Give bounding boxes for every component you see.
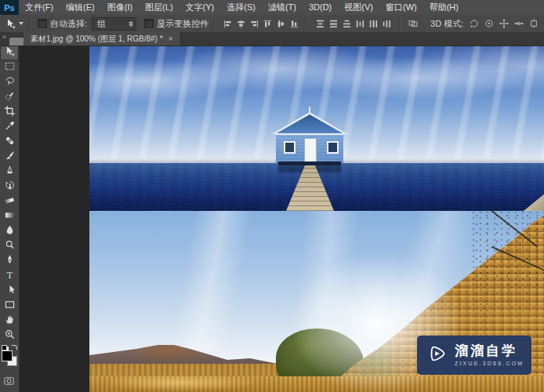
pen-tool-icon xyxy=(4,254,16,269)
menu-item[interactable]: 滤镜(T) xyxy=(262,0,303,15)
rectangular-marquee-tool-icon xyxy=(4,60,16,75)
mode3d-label: 3D 模式: xyxy=(430,18,463,30)
menu-items: 文件(F)编辑(E)图像(I)图层(L)文字(Y)选择(S)滤镜(T)3D(D)… xyxy=(19,0,465,15)
auto-align-layers-icon[interactable] xyxy=(407,17,419,30)
menu-item[interactable]: 图像(I) xyxy=(101,0,139,15)
menu-item[interactable]: 3D(D) xyxy=(303,0,338,15)
tab-bar: » 素材1.jpg @ 100% (图层 1, RGB/8#) * × xyxy=(0,32,544,46)
distribute-horizontal-centers-icon[interactable] xyxy=(368,17,379,30)
menu-item[interactable]: 选择(S) xyxy=(220,0,262,15)
photo-boathouse xyxy=(89,45,544,211)
lasso-tool[interactable] xyxy=(0,75,19,90)
boathouse-window-left xyxy=(284,141,296,154)
show-transform-checkbox[interactable] xyxy=(144,19,154,28)
panel-collapse-chevrons-icon[interactable]: » xyxy=(2,33,6,41)
align-top-edges-icon[interactable] xyxy=(262,17,274,30)
move-tool-icon xyxy=(4,45,16,60)
boathouse-window-right xyxy=(327,141,339,154)
separator xyxy=(399,17,401,30)
document-canvas[interactable]: 溜溜自学 ZIXUE.3D66.COM xyxy=(89,45,544,392)
hand-tool-icon xyxy=(4,314,16,328)
menu-item[interactable]: 编辑(E) xyxy=(60,0,101,15)
distribute-right-edges-icon[interactable] xyxy=(381,17,393,30)
distribute-top-edges-icon[interactable] xyxy=(314,17,326,30)
dodge-tool[interactable] xyxy=(0,239,19,254)
svg-text:T: T xyxy=(6,270,13,281)
brush-tool[interactable] xyxy=(0,150,19,165)
auto-select-value: 组 xyxy=(97,18,106,30)
watermark-badge: 溜溜自学 ZIXUE.3D66.COM xyxy=(417,336,531,375)
document-tab-title: 素材1.jpg @ 100% (图层 1, RGB/8#) * xyxy=(31,34,163,45)
menu-item[interactable]: 文件(F) xyxy=(19,0,60,15)
zoom-tool[interactable] xyxy=(0,328,19,343)
rectangle-tool[interactable] xyxy=(0,299,19,314)
menu-bar: Ps 文件(F)编辑(E)图像(I)图层(L)文字(Y)选择(S)滤镜(T)3D… xyxy=(0,0,544,16)
align-bottom-edges-icon[interactable] xyxy=(288,17,300,30)
align-left-edges-icon[interactable] xyxy=(222,17,234,30)
boathouse-finial xyxy=(309,107,310,113)
eraser-tool-icon xyxy=(4,194,16,209)
distribute-bottom-edges-icon[interactable] xyxy=(341,17,353,30)
zoom-tool-icon xyxy=(4,328,16,343)
lasso-tool-icon xyxy=(4,75,16,90)
menu-item[interactable]: 窗口(W) xyxy=(379,0,423,15)
quick-selection-tool[interactable] xyxy=(0,90,19,105)
watermark-text: 溜溜自学 ZIXUE.3D66.COM xyxy=(455,344,524,366)
menu-item[interactable]: 文字(Y) xyxy=(180,0,221,15)
auto-select-checkbox[interactable] xyxy=(38,19,47,28)
gradient-tool[interactable] xyxy=(0,209,19,224)
3d-rotate-icon[interactable] xyxy=(468,17,480,30)
align-vertical-centers-icon[interactable] xyxy=(275,17,287,30)
clone-stamp-tool-icon xyxy=(4,165,16,180)
quick-mask-button[interactable] xyxy=(3,375,15,390)
eyedropper-tool-icon xyxy=(4,120,16,135)
hand-tool[interactable] xyxy=(0,314,19,328)
3d-scale-icon[interactable] xyxy=(528,17,539,30)
dropdown-arrows-icon xyxy=(129,21,133,27)
separator xyxy=(214,17,216,30)
swap-colors-icon[interactable] xyxy=(12,345,17,350)
tool-preset-caret-icon[interactable] xyxy=(19,22,24,25)
default-colors-icon[interactable] xyxy=(2,345,7,350)
document-tab[interactable]: 素材1.jpg @ 100% (图层 1, RGB/8#) * × xyxy=(24,32,181,45)
auto-select-label: 自动选择: xyxy=(50,18,87,30)
color-swatches xyxy=(0,345,20,372)
3d-drag-icon[interactable] xyxy=(498,17,510,30)
photoshop-window: Ps 文件(F)编辑(E)图像(I)图层(L)文字(Y)选择(S)滤镜(T)3D… xyxy=(0,0,544,392)
distribute-left-edges-icon[interactable] xyxy=(354,17,366,30)
distribute-icons-group xyxy=(314,17,393,30)
blur-tool-icon xyxy=(4,224,16,239)
history-brush-tool[interactable] xyxy=(0,180,19,194)
photoshop-logo-icon: Ps xyxy=(0,0,19,15)
options-bar: 自动选择: 组 显示变换控件 3D 模式: xyxy=(0,15,544,33)
distribute-vertical-centers-icon[interactable] xyxy=(328,17,339,30)
foreground-color-swatch[interactable] xyxy=(2,350,13,361)
golden-bush-strip xyxy=(89,376,544,392)
auto-select-dropdown[interactable]: 组 xyxy=(92,17,136,31)
menu-item[interactable]: 视图(V) xyxy=(338,0,379,15)
move-tool[interactable] xyxy=(0,45,19,60)
menu-item[interactable]: 图层(L) xyxy=(139,0,179,15)
dodge-tool-icon xyxy=(4,239,16,254)
separator xyxy=(306,17,308,30)
rectangular-marquee-tool[interactable] xyxy=(0,60,19,75)
tab-close-icon[interactable]: × xyxy=(169,34,173,43)
spot-healing-brush-tool[interactable] xyxy=(0,135,19,150)
menu-item[interactable]: 帮助(H) xyxy=(423,0,465,15)
align-horizontal-centers-icon[interactable] xyxy=(235,17,247,30)
move-tool-icon xyxy=(5,18,16,30)
clone-stamp-tool[interactable] xyxy=(0,165,19,180)
boathouse-door xyxy=(304,138,317,163)
type-tool[interactable]: T xyxy=(0,269,19,284)
3d-slide-icon[interactable] xyxy=(513,17,524,30)
3d-roll-icon[interactable] xyxy=(483,17,495,30)
align-right-edges-icon[interactable] xyxy=(248,17,260,30)
eyedropper-tool[interactable] xyxy=(0,120,19,135)
align-icons-group xyxy=(221,17,301,30)
history-brush-tool-icon xyxy=(4,180,16,194)
crop-tool[interactable] xyxy=(0,105,19,120)
blur-tool[interactable] xyxy=(0,224,19,239)
eraser-tool[interactable] xyxy=(0,194,19,209)
pen-tool[interactable] xyxy=(0,254,19,269)
path-selection-tool[interactable] xyxy=(0,284,19,299)
